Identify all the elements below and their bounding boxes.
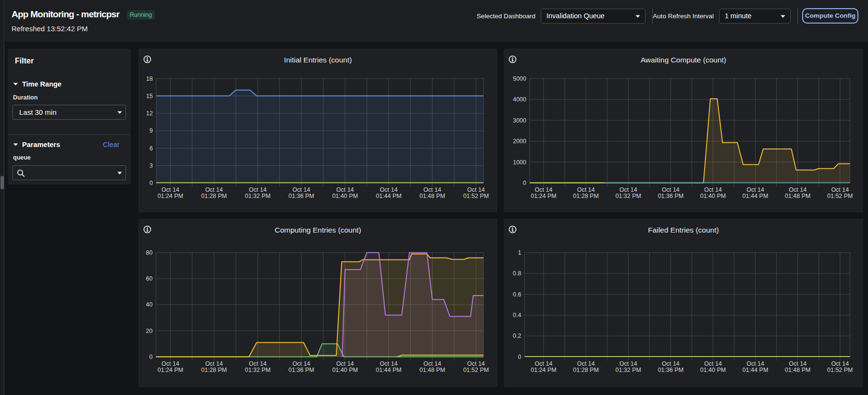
svg-text:01:32 PM: 01:32 PM (245, 367, 271, 373)
svg-text:01:40 PM: 01:40 PM (332, 193, 358, 199)
svg-text:3: 3 (149, 162, 153, 169)
svg-text:01:36 PM: 01:36 PM (658, 193, 684, 199)
svg-text:01:28 PM: 01:28 PM (573, 193, 599, 199)
svg-text:01:24 PM: 01:24 PM (158, 367, 184, 373)
svg-text:01:40 PM: 01:40 PM (332, 367, 358, 373)
svg-text:01:36 PM: 01:36 PM (658, 367, 684, 373)
svg-text:0: 0 (518, 354, 521, 360)
svg-text:01:36 PM: 01:36 PM (288, 193, 314, 199)
svg-text:12: 12 (146, 110, 153, 117)
svg-text:0.4: 0.4 (513, 312, 521, 319)
svg-text:01:32 PM: 01:32 PM (245, 193, 271, 199)
svg-text:80: 80 (146, 249, 153, 256)
svg-text:01:52 PM: 01:52 PM (463, 367, 489, 373)
svg-text:01:52 PM: 01:52 PM (827, 193, 853, 199)
svg-text:01:44 PM: 01:44 PM (743, 367, 769, 373)
svg-text:01:24 PM: 01:24 PM (158, 193, 184, 199)
svg-text:01:32 PM: 01:32 PM (615, 193, 641, 199)
svg-text:01:28 PM: 01:28 PM (201, 193, 227, 199)
svg-text:15: 15 (146, 93, 153, 99)
svg-text:01:44 PM: 01:44 PM (743, 193, 769, 199)
svg-text:0: 0 (149, 354, 153, 360)
svg-text:60: 60 (146, 275, 153, 282)
svg-text:01:32 PM: 01:32 PM (615, 367, 641, 373)
svg-text:01:48 PM: 01:48 PM (420, 193, 446, 199)
svg-text:01:44 PM: 01:44 PM (376, 193, 402, 199)
svg-text:0.2: 0.2 (513, 333, 521, 339)
svg-text:6: 6 (149, 145, 153, 152)
svg-text:1: 1 (518, 249, 521, 256)
svg-text:01:48 PM: 01:48 PM (785, 193, 811, 199)
svg-text:1000: 1000 (513, 159, 526, 166)
svg-text:9: 9 (149, 127, 153, 134)
svg-text:01:40 PM: 01:40 PM (700, 367, 726, 373)
svg-text:01:36 PM: 01:36 PM (288, 367, 314, 373)
svg-text:01:48 PM: 01:48 PM (785, 367, 811, 373)
svg-text:01:40 PM: 01:40 PM (700, 193, 726, 199)
svg-text:01:28 PM: 01:28 PM (201, 367, 227, 373)
svg-text:0.6: 0.6 (513, 291, 521, 298)
svg-text:0: 0 (149, 180, 153, 186)
svg-text:01:44 PM: 01:44 PM (376, 367, 402, 373)
svg-text:01:48 PM: 01:48 PM (420, 367, 446, 373)
svg-text:18: 18 (146, 75, 153, 82)
svg-text:01:24 PM: 01:24 PM (531, 367, 557, 373)
svg-text:5000: 5000 (513, 75, 526, 82)
svg-text:01:52 PM: 01:52 PM (463, 193, 489, 199)
svg-text:01:28 PM: 01:28 PM (573, 367, 599, 373)
svg-text:20: 20 (146, 328, 153, 334)
svg-text:01:52 PM: 01:52 PM (827, 367, 853, 373)
svg-text:0: 0 (523, 180, 526, 186)
svg-text:2000: 2000 (513, 138, 526, 145)
svg-text:0.8: 0.8 (513, 270, 521, 277)
svg-text:01:24 PM: 01:24 PM (531, 193, 557, 199)
svg-text:40: 40 (146, 301, 153, 308)
svg-text:4000: 4000 (513, 96, 526, 103)
svg-text:3000: 3000 (513, 117, 526, 124)
